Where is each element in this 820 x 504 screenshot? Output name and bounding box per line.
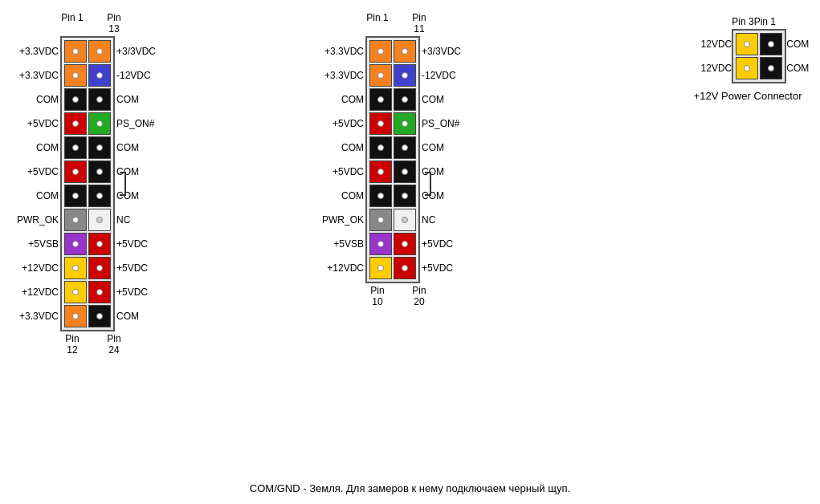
pin-right [88,281,111,303]
pin-right [394,209,416,231]
pin-left [64,88,87,111]
pin-label-left: +12VDC [11,287,63,298]
pin-left [369,233,392,255]
pin-label-left: +5VDC [11,166,63,177]
pin-label-left: COM [316,94,369,105]
pin-label-left: COM [11,142,63,153]
v12-row: 12VDCCOM [735,32,783,56]
v12-title: +12V Power Connector [683,90,812,102]
pin-left [64,233,87,255]
pin-label-left: +3.3VDC [316,46,369,57]
pin-right [88,40,111,63]
pin-label-right: COM [112,94,172,105]
v12-pin-right [760,57,782,79]
pin-label-left: +12VDC [11,262,63,274]
pin-left [369,161,392,183]
pin-left [369,185,392,207]
pin-label-right: PS_ON# [417,118,477,129]
v12-pin-left [736,33,758,55]
atx20-pin1-label: Pin 1 [365,12,390,35]
pin-right [394,112,416,135]
pin-right [88,257,111,279]
pin-label-right: COM [417,94,477,105]
pin-left [64,281,87,303]
v12-connector-block: Pin 3 Pin 1 12VDCCOM12VDCCOM +12V Power … [683,16,812,102]
pin-label-left: PWR_OK [316,214,369,226]
pin-label-right: +5VDC [417,238,477,250]
pin-right [88,185,111,207]
atx24-pin12-label: Pin 12 [60,333,84,356]
pin-label-right: COM [417,142,477,153]
pin-left [64,136,87,159]
pin-right [88,88,111,111]
pin-right [394,185,416,207]
pin-label-right: -12VDC [112,70,172,81]
pin-label-left: +3.3VDC [11,46,63,57]
pin-label-left: +3.3VDC [11,70,63,81]
atx20-pin20-label: Pin 20 [407,285,431,307]
pin-left [369,64,392,87]
pin-right [394,40,416,63]
v12-pin-left [736,57,758,79]
v12-pin-right [760,33,782,55]
pin-label-right: +5VDC [417,262,477,274]
v12-pin3-label: Pin 3 [732,16,753,27]
pin-left [369,88,392,111]
pin-left [64,161,87,183]
pin-label-left: COM [316,142,369,153]
pin-left [64,40,87,63]
pin-label-left: +3.3VDC [11,311,63,322]
v12-pin1-label: Pin 1 [754,16,776,27]
pin-label-left: COM [11,94,63,105]
pin-left [64,112,87,135]
atx20-pin10-label: Pin 10 [365,285,390,307]
v12-row: 12VDCCOM [735,56,783,80]
pin-right [394,233,416,255]
pin-label-left: +3.3VDC [316,70,369,81]
pin-label-right: COM [112,311,172,322]
pin-right [394,88,416,111]
pin-label-left: +5VDC [316,166,369,177]
pin-label-right: +5VDC [112,262,172,274]
pin-right [394,257,416,279]
pin-label-left: +5VSB [11,238,63,250]
atx24-pin13-label: Pin 13 [102,12,126,35]
pin-label-right: +3/3VDC [417,46,477,57]
pin-label-left: +5VSB [316,238,369,250]
pin-label-right: PS_ON# [112,118,172,129]
pin-left [369,257,392,279]
pin-label-right: +5VDC [112,287,172,298]
pin-left [369,112,392,135]
pin-label-left: COM [11,190,63,201]
pin-right [88,233,111,255]
atx24-pin24-label: Pin 24 [102,333,126,356]
pin-label-left: PWR_OK [11,214,63,226]
pin-right [88,305,111,327]
footer-note: COM/GND - Земля. Для замеров к нему подк… [250,482,570,494]
pin-right [88,64,111,87]
pin-left [64,305,87,327]
pin-label-right: +5VDC [112,238,172,250]
pin-right [88,209,111,231]
pin-label-right: -12VDC [417,70,477,81]
pin-label-left: +5VDC [11,118,63,129]
pin-label-right: COM [112,142,172,153]
pin-left [369,136,392,159]
pin-left [64,257,87,279]
pin-label-right: NC [417,214,477,226]
pin-label-right: NC [112,214,172,226]
pin-right [88,136,111,159]
pin-label-left: +12VDC [316,262,369,274]
pin-left [64,64,87,87]
atx24-pin1-label: Pin 1 [60,12,84,35]
pin-right [394,136,416,159]
pin-left [64,185,87,207]
pin-left [369,40,392,63]
pin-label-right: +3/3VDC [112,46,172,57]
pin-label-left: COM [316,190,369,201]
pin-label-left: +5VDC [316,118,369,129]
pin-right [88,161,111,183]
pin-right [394,161,416,183]
pin-left [369,209,392,231]
atx20-pin11-label: Pin 11 [407,12,431,35]
